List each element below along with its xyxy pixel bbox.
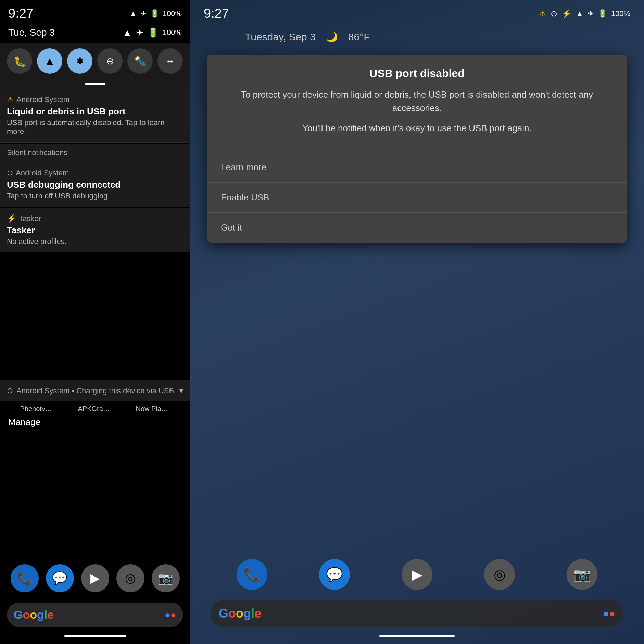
right-status-icons: ⚠ ⊙ ⚡ ▲ ✈ 🔋 100% bbox=[539, 9, 630, 18]
wifi-tile-icon: ▲ bbox=[44, 55, 55, 67]
bug-tile[interactable]: 🐛 bbox=[7, 48, 32, 74]
notif-header-3: ⚡ Tasker bbox=[7, 214, 183, 223]
right-google-g-icon: Google bbox=[219, 606, 261, 621]
got-it-button[interactable]: Got it bbox=[207, 213, 627, 243]
chevron-down-icon: ▾ bbox=[179, 386, 183, 395]
notif-title-2: USB debugging connected bbox=[7, 179, 183, 190]
dock-phone[interactable]: 📞 bbox=[11, 564, 39, 592]
battery-icon: 🔋 bbox=[150, 9, 159, 18]
charging-icon: ⊙ bbox=[7, 386, 13, 395]
battery-right-icon: 🔋 bbox=[598, 9, 607, 18]
wifi-right-icon: ▲ bbox=[576, 9, 583, 18]
right-assistant-dots-icon: ●● bbox=[603, 608, 615, 619]
left-search-bar[interactable]: Google ●● bbox=[7, 603, 183, 627]
bluetooth-tile[interactable]: ✱ bbox=[67, 48, 92, 74]
manage-bar: Phenotyp... APKGrab... Now Playr... Mana… bbox=[0, 401, 190, 431]
left-dock: 📞 💬 ▶ ◎ 📷 bbox=[0, 557, 190, 599]
bottom-notif-text: Android System • Charging this device vi… bbox=[16, 386, 174, 395]
left-home-indicator[interactable] bbox=[64, 635, 126, 637]
notif-header-2: ⊙ Android System bbox=[7, 169, 183, 177]
enable-usb-button[interactable]: Enable USB bbox=[207, 183, 627, 212]
left-date-bar: Tue, Sep 3 ▲ ✈ 🔋 100% bbox=[0, 24, 190, 43]
dnd-icon: ⊖ bbox=[106, 55, 114, 67]
notification-usb-debug[interactable]: ⊙ Android System USB debugging connected… bbox=[0, 162, 190, 207]
bluetooth-icon: ✱ bbox=[76, 55, 84, 67]
dock-chrome[interactable]: ◎ bbox=[116, 564, 144, 592]
temperature-display: 86°F bbox=[348, 31, 370, 43]
right-dock: 📞 💬 ▶ ◎ 📷 bbox=[190, 552, 644, 597]
left-bottom-area: 📞 💬 ▶ ◎ 📷 Google ●● bbox=[0, 557, 190, 644]
bottom-notif-content: ⊙ Android System • Charging this device … bbox=[7, 386, 174, 395]
moon-icon: 🌙 bbox=[326, 32, 338, 43]
right-dock-phone[interactable]: 📞 bbox=[237, 559, 267, 590]
bolt-status-icon: ⚡ bbox=[561, 9, 572, 18]
scroll-indicator bbox=[0, 80, 190, 89]
app-labels-row: Phenotyp... APKGrab... Now Playr... bbox=[8, 405, 182, 413]
bottom-notification-charging[interactable]: ⊙ Android System • Charging this device … bbox=[0, 380, 190, 401]
right-time: 9:27 bbox=[204, 6, 229, 21]
notif-title-1: Liquid or debris in USB port bbox=[7, 106, 183, 117]
dnd-tile[interactable]: ⊖ bbox=[97, 48, 123, 74]
messages-icon: 💬 bbox=[52, 571, 67, 585]
right-dock-messages[interactable]: 💬 bbox=[319, 559, 350, 590]
battery-status-percent: 100% bbox=[163, 28, 182, 37]
right-bottom-area: 📞 💬 ▶ ◎ 📷 Google ●● bbox=[190, 552, 644, 644]
notif-app-name-3: Tasker bbox=[19, 214, 41, 223]
right-phone-panel: 9:27 ⚠ ⊙ ⚡ ▲ ✈ 🔋 100% Tuesday, Sep 3 🌙 8… bbox=[190, 0, 644, 644]
circle-status-icon: ⊙ bbox=[551, 9, 557, 18]
notif-app-name-2: Android System bbox=[16, 169, 69, 177]
dialog-content: USB port disabled To protect your device… bbox=[207, 55, 627, 152]
wifi-status-icon: ▲ bbox=[123, 27, 132, 38]
notif-app-name-1: Android System bbox=[16, 95, 70, 104]
date-weather-row: Tuesday, Sep 3 🌙 86°F bbox=[190, 24, 644, 50]
dialog-paragraph-2: You'll be notified when it's okay to use… bbox=[221, 122, 613, 135]
bug-icon: 🐛 bbox=[13, 55, 26, 67]
app-label-nowplaying: Now Playr... bbox=[136, 405, 170, 413]
dock-messages[interactable]: 💬 bbox=[46, 564, 74, 592]
notification-usb-liquid[interactable]: ⚠ Android System Liquid or debris in USB… bbox=[0, 89, 190, 143]
dock-camera[interactable]: 📷 bbox=[152, 564, 180, 592]
google-g-icon: Google bbox=[14, 608, 54, 621]
tasker-bolt-icon: ⚡ bbox=[7, 214, 16, 223]
right-status-bar: 9:27 ⚠ ⊙ ⚡ ▲ ✈ 🔋 100% bbox=[190, 0, 644, 24]
right-dock-camera[interactable]: 📷 bbox=[567, 559, 597, 590]
right-dock-play[interactable]: ▶ bbox=[402, 559, 432, 590]
left-nav-bar bbox=[0, 630, 190, 644]
notif-title-3: Tasker bbox=[7, 225, 183, 236]
camera-icon: 📷 bbox=[158, 571, 173, 585]
notif-body-1: USB port is automatically disabled. Tap … bbox=[7, 118, 183, 136]
right-playstore-icon: ▶ bbox=[412, 567, 422, 582]
notif-header-1: ⚠ Android System bbox=[7, 95, 183, 104]
left-status-bar: 9:27 ▲ ✈ 🔋 100% bbox=[0, 0, 190, 24]
app-label-apkgrab: APKGrab... bbox=[78, 405, 112, 413]
learn-more-button[interactable]: Learn more bbox=[207, 152, 627, 182]
right-home-indicator[interactable] bbox=[379, 635, 455, 637]
right-dock-chrome[interactable]: ◎ bbox=[484, 559, 515, 590]
right-nav-bar bbox=[190, 630, 644, 644]
right-camera-icon: 📷 bbox=[573, 567, 591, 583]
rotate-tile[interactable]: ↔ bbox=[157, 48, 183, 74]
left-time: 9:27 bbox=[8, 6, 34, 21]
notification-tasker[interactable]: ⚡ Tasker Tasker No active profiles. bbox=[0, 208, 190, 252]
right-search-bar[interactable]: Google ●● bbox=[211, 600, 623, 627]
manage-label[interactable]: Manage bbox=[8, 416, 182, 428]
left-status-icons: ▲ ✈ 🔋 100% bbox=[129, 9, 182, 18]
battery-percent: 100% bbox=[163, 9, 182, 18]
right-chrome-icon: ◎ bbox=[494, 567, 506, 582]
dialog-paragraph-1: To protect your device from liquid or de… bbox=[221, 88, 613, 115]
flashlight-tile[interactable]: 🔦 bbox=[127, 48, 153, 74]
debug-circle-icon: ⊙ bbox=[7, 169, 13, 177]
wifi-tile[interactable]: ▲ bbox=[37, 48, 62, 74]
airplane-right-icon: ✈ bbox=[588, 9, 594, 18]
silent-notifications-label: Silent notifications bbox=[0, 144, 190, 162]
left-date-icons: ▲ ✈ 🔋 100% bbox=[123, 27, 182, 38]
airplane-status-icon: ✈ bbox=[136, 27, 143, 38]
quick-tiles-row: 🐛 ▲ ✱ ⊖ 🔦 ↔ bbox=[0, 43, 190, 80]
scroll-dot bbox=[85, 83, 105, 85]
dock-play[interactable]: ▶ bbox=[81, 564, 109, 592]
battery-right-percent: 100% bbox=[611, 9, 630, 18]
right-phone-icon: 📞 bbox=[243, 567, 261, 583]
app-label-phenotype: Phenotyp... bbox=[20, 405, 54, 413]
flashlight-icon: 🔦 bbox=[134, 55, 146, 67]
assistant-dots-icon: ●● bbox=[165, 609, 176, 620]
